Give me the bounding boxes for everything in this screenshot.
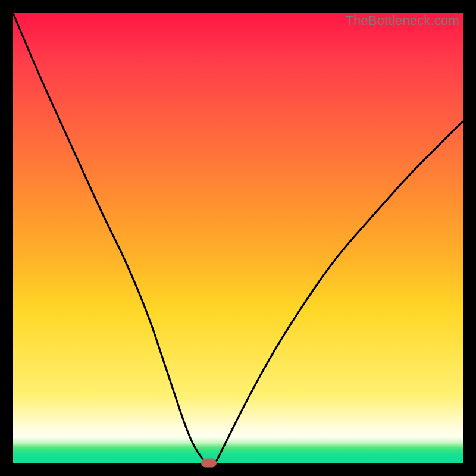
plot-area: TheBottleneck.com: [13, 13, 463, 463]
bottleneck-curve: [13, 13, 463, 463]
optimum-marker: [201, 459, 217, 468]
curve-path: [13, 13, 463, 463]
chart-frame: TheBottleneck.com: [0, 0, 476, 476]
